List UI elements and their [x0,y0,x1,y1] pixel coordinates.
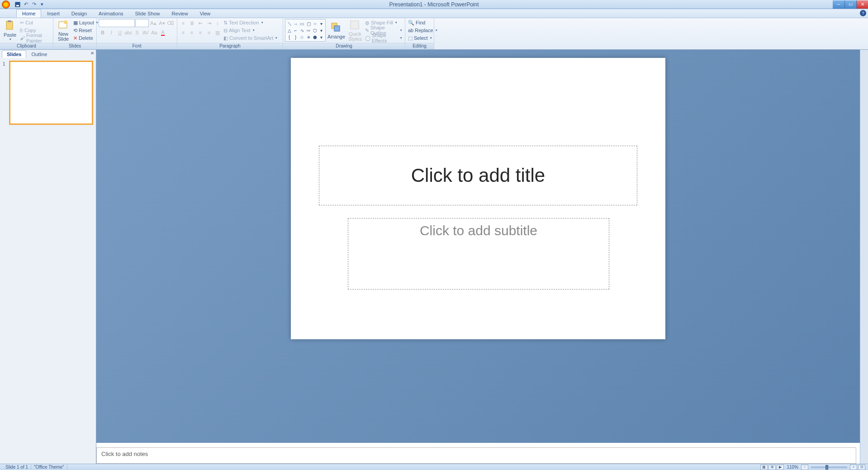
shapes-gallery[interactable]: ＼ → ▭ ▢ ○ ▾ △ ⌐ ∿ ⇨ ⬡ ▾ { } ☆ ☀ ⬢ ▾ [285,19,326,42]
normal-view-button[interactable]: ▦ [760,465,768,470]
slide-thumbnail[interactable] [9,61,93,125]
tab-slideshow[interactable]: Slide Show [129,9,166,18]
decrease-indent-button[interactable]: ⇤ [196,19,204,27]
new-slide-label: New Slide [58,32,69,42]
tab-insert[interactable]: Insert [41,9,66,18]
zoom-out-button[interactable]: − [801,465,808,470]
shrink-font-button[interactable]: A▾ [158,19,166,27]
notes-pane[interactable]: Click to add notes [96,447,856,464]
shape-more2-icon[interactable]: ▾ [318,27,324,33]
select-button[interactable]: ⬚Select▾ [407,34,438,42]
quick-styles-button[interactable]: Quick Styles [347,19,363,43]
redo-icon[interactable]: ↷ [31,1,37,8]
shape-elbow-icon[interactable]: ⌐ [293,27,299,33]
slide-canvas[interactable]: Click to add title Click to add subtitle [291,58,665,339]
new-slide-button[interactable]: New Slide [55,19,71,43]
shape-curve-icon[interactable]: ∿ [299,27,305,33]
undo-icon[interactable]: ↶ [23,1,29,8]
cut-button[interactable]: ✂Cut [19,19,51,26]
increase-indent-button[interactable]: ⇥ [205,19,213,27]
group-paragraph: ≡ ≣ ⇤ ⇥ ↕ ≡ ≡ ≡ ≡ ▥ ⇅Text Direction▾ ⊟Al… [177,18,283,49]
slideshow-view-button[interactable]: ▶ [777,465,784,470]
shape-arrow-icon[interactable]: → [293,20,299,27]
shape-expand-icon[interactable]: ▾ [318,34,324,40]
maximize-button[interactable]: ▭ [844,0,856,9]
tab-home[interactable]: Home [16,9,41,18]
bold-button[interactable]: B [99,28,107,37]
char-spacing-button[interactable]: AV [142,28,150,37]
font-family-combo[interactable] [99,19,135,27]
shape-blockarrow-icon[interactable]: ⇨ [305,27,311,33]
shadow-button[interactable]: S [133,28,141,37]
layout-button[interactable]: ▦Layout▾ [72,19,99,26]
strike-button[interactable]: abc [124,28,133,37]
save-icon[interactable] [14,1,21,8]
shape-brace-icon[interactable]: { [286,34,292,40]
tab-review[interactable]: Review [166,9,194,18]
font-color-button[interactable]: A [159,28,167,37]
shape-oval-icon[interactable]: ○ [312,20,318,27]
shape-sun-icon[interactable]: ☀ [305,34,311,40]
zoom-slider[interactable] [811,466,847,468]
tab-view[interactable]: View [194,9,217,18]
sorter-view-button[interactable]: ⊞ [768,465,776,470]
shape-line-icon[interactable]: ＼ [286,20,292,27]
zoom-thumb[interactable] [825,465,828,470]
paste-button[interactable]: Paste ▾ [2,19,18,43]
shape-rect-icon[interactable]: ▭ [299,20,305,27]
align-right-button[interactable]: ≡ [196,28,204,37]
reset-button[interactable]: ⟲Reset [72,27,99,34]
line-spacing-button[interactable]: ↕ [213,19,222,27]
group-label: Paragraph [177,43,283,49]
qat-dropdown-icon[interactable]: ▾ [39,1,45,8]
grow-font-button[interactable]: A▴ [149,19,157,27]
fit-window-button[interactable]: ⊡ [858,465,865,470]
format-painter-button[interactable]: 🖌Format Painter [19,34,51,42]
underline-button[interactable]: U [116,28,124,37]
align-text-button[interactable]: ⊟Align Text▾ [223,27,278,34]
shape-brace2-icon[interactable]: } [293,34,299,40]
arrange-button[interactable]: Arrange [327,19,346,43]
columns-button[interactable]: ▥ [213,28,222,37]
vertical-scrollbar[interactable] [860,50,868,464]
text-direction-button[interactable]: ⇅Text Direction▾ [223,19,278,26]
delete-button[interactable]: ✕Delete [72,34,99,42]
panel-tab-slides[interactable]: Slides [2,50,26,58]
numbering-button[interactable]: ≣ [188,19,196,27]
brush-icon: 🖌 [20,35,25,41]
shape-roundrect-icon[interactable]: ▢ [305,20,311,27]
close-panel-icon[interactable]: ✕ [90,51,94,56]
clear-format-button[interactable]: ⌫ [166,19,175,27]
shape-more-icon[interactable]: ▾ [318,20,324,27]
shape-hex-icon[interactable]: ⬡ [312,27,318,33]
shape-triangle-icon[interactable]: △ [286,27,292,33]
title-placeholder[interactable]: Click to add title [319,146,637,205]
shape-effects-button[interactable]: ◯Shape Effects▾ [364,34,403,42]
office-button[interactable] [2,0,10,9]
convert-smartart-button[interactable]: ◧Convert to SmartArt▾ [223,34,278,42]
slide-number: 1 [3,62,5,66]
group-label: Slides [53,43,96,49]
font-size-combo[interactable] [135,19,149,27]
help-icon[interactable]: ? [860,10,866,16]
zoom-in-button[interactable]: + [850,465,857,470]
justify-button[interactable]: ≡ [205,28,213,37]
shape-star-icon[interactable]: ☆ [299,34,305,40]
shape-callout-icon[interactable]: ⬢ [312,34,318,40]
panel-tab-outline[interactable]: Outline [26,50,52,58]
text-direction-icon: ⇅ [223,20,228,26]
replace-button[interactable]: abReplace▾ [407,27,438,34]
close-button[interactable]: ✕ [856,0,868,9]
subtitle-placeholder[interactable]: Click to add subtitle [348,218,609,290]
italic-button[interactable]: I [107,28,115,37]
bucket-icon: ◍ [365,20,370,26]
tab-design[interactable]: Design [66,9,93,18]
change-case-button[interactable]: Aa [150,28,158,37]
ribbon-tabs: Home Insert Design Animations Slide Show… [0,9,868,18]
bullets-button[interactable]: ≡ [179,19,187,27]
tab-animations[interactable]: Animations [93,9,129,18]
find-button[interactable]: 🔍Find [407,19,438,26]
minimize-button[interactable]: ─ [833,0,844,9]
align-center-button[interactable]: ≡ [188,28,196,37]
align-left-button[interactable]: ≡ [179,28,187,37]
